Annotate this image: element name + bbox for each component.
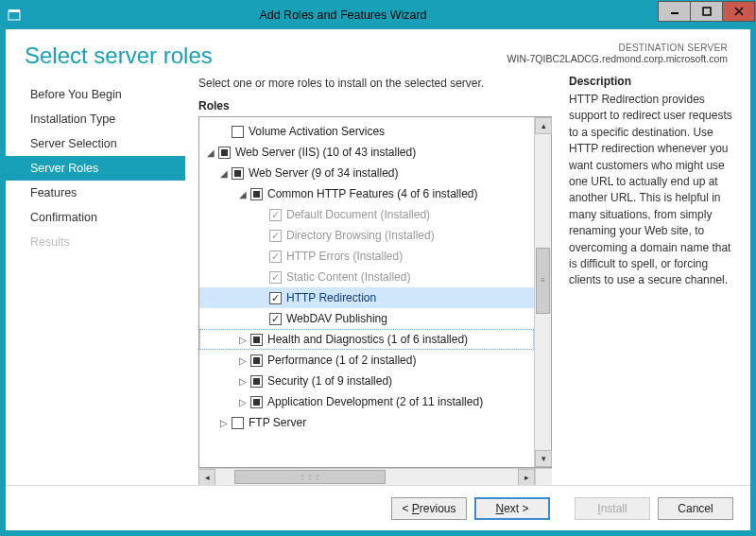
tree-node-label: FTP Server <box>249 416 306 429</box>
expand-icon[interactable]: ▷ <box>218 418 230 428</box>
tree-node[interactable]: ◢Common HTTP Features (4 of 6 installed) <box>199 183 534 204</box>
minimize-button[interactable] <box>658 1 691 22</box>
nav-step-results: Results <box>6 230 185 254</box>
checkbox <box>269 251 282 263</box>
content-frame: Select server roles DESTINATION SERVER W… <box>1 29 755 535</box>
titlebar: Add Roles and Features Wizard <box>1 1 755 29</box>
tree-node-label: WebDAV Publishing <box>286 312 387 325</box>
checkbox[interactable] <box>250 354 263 367</box>
tree-node[interactable]: ▷Health and Diagnostics (1 of 6 installe… <box>199 329 534 350</box>
description-text: HTTP Redirection provides support to red… <box>569 92 737 289</box>
scroll-thumb-h[interactable]: ⋮⋮⋮ <box>234 470 386 484</box>
tree-node[interactable]: Directory Browsing (Installed) <box>199 225 534 246</box>
tree-node-label: Volume Activation Services <box>249 125 385 138</box>
expand-icon[interactable]: ▷ <box>237 397 249 407</box>
tree-node[interactable]: ▷Security (1 of 9 installed) <box>199 371 534 391</box>
tree-node[interactable]: HTTP Redirection <box>199 287 534 308</box>
tree-node-label: Default Document (Installed) <box>286 208 430 221</box>
checkbox <box>269 230 282 242</box>
tree-node-label: HTTP Errors (Installed) <box>286 250 403 263</box>
nav-steps: Before You BeginInstallation TypeServer … <box>6 75 185 485</box>
expand-icon[interactable]: ▷ <box>237 376 249 387</box>
nav-step-server-roles[interactable]: Server Roles <box>6 156 185 181</box>
destination-server: WIN-7QIBC2LADCG.redmond.corp.microsoft.c… <box>507 53 728 64</box>
tree-node-label: Health and Diagnostics (1 of 6 installed… <box>267 333 468 346</box>
svg-rect-0 <box>9 11 20 20</box>
tree-node[interactable]: HTTP Errors (Installed) <box>199 246 534 267</box>
tree-node-label: HTTP Redirection <box>286 291 376 304</box>
tree-node[interactable]: ◢Web Server (9 of 34 installed) <box>199 163 534 183</box>
checkbox[interactable] <box>218 147 231 159</box>
scroll-track-h[interactable]: ⋮⋮⋮ <box>215 469 518 485</box>
install-button: Install <box>575 497 650 520</box>
roles-treeview[interactable]: Volume Activation Services◢Web Server (I… <box>198 116 552 468</box>
tree-node[interactable]: ▷Performance (1 of 2 installed) <box>199 350 534 371</box>
wizard-window: Add Roles and Features Wizard Select ser… <box>0 0 756 536</box>
page-title: Select server roles <box>25 43 507 69</box>
checkbox[interactable] <box>232 126 244 138</box>
tree-node-label: Common HTTP Features (4 of 6 installed) <box>267 187 478 200</box>
window-title: Add Roles and Features Wizard <box>27 9 659 22</box>
collapse-icon[interactable]: ◢ <box>237 189 249 199</box>
checkbox <box>269 271 282 284</box>
vertical-scrollbar[interactable]: ▴ ≡ ▾ <box>534 117 551 467</box>
previous-button[interactable]: < Previous <box>391 497 467 520</box>
instruction-text: Select one or more roles to install on t… <box>198 75 552 99</box>
svg-rect-1 <box>9 9 20 12</box>
nav-step-features[interactable]: Features <box>6 181 185 205</box>
next-button[interactable]: Next > <box>474 497 550 520</box>
tree-node[interactable]: ◢Web Server (IIS) (10 of 43 installed) <box>199 142 534 163</box>
horizontal-scrollbar[interactable]: ◂ ⋮⋮⋮ ▸ <box>198 468 535 485</box>
checkbox[interactable] <box>232 417 244 429</box>
expand-icon[interactable]: ▷ <box>237 355 249 366</box>
tree-node-label: Static Content (Installed) <box>286 270 410 284</box>
svg-rect-3 <box>703 8 711 15</box>
checkbox[interactable] <box>250 396 263 408</box>
checkbox[interactable] <box>269 313 282 325</box>
scroll-corner <box>535 468 552 485</box>
roles-label: Roles <box>198 99 552 116</box>
scroll-left-button[interactable]: ◂ <box>198 469 215 486</box>
window-buttons <box>659 1 755 29</box>
tree-node-label: Performance (1 of 2 installed) <box>267 354 416 367</box>
nav-step-installation-type[interactable]: Installation Type <box>6 107 185 131</box>
nav-step-confirmation[interactable]: Confirmation <box>6 205 185 230</box>
tree-node[interactable]: ▷Application Development (2 of 11 instal… <box>199 391 534 412</box>
destination-label: DESTINATION SERVER <box>507 43 728 53</box>
nav-step-before-you-begin[interactable]: Before You Begin <box>6 82 185 107</box>
tree-node-label: Web Server (9 of 34 installed) <box>249 166 399 180</box>
tree-node[interactable]: ▷FTP Server <box>199 412 534 433</box>
description-label: Description <box>569 75 737 92</box>
tree-node-label: Directory Browsing (Installed) <box>286 229 435 242</box>
collapse-icon[interactable]: ◢ <box>218 168 230 179</box>
checkbox[interactable] <box>250 188 263 200</box>
scroll-thumb-v[interactable]: ≡ <box>536 248 550 314</box>
expand-icon[interactable]: ▷ <box>237 335 249 345</box>
tree-node[interactable]: Default Document (Installed) <box>199 204 534 225</box>
button-row: < Previous Next > Install Cancel <box>6 485 750 530</box>
tree-node[interactable]: Static Content (Installed) <box>199 267 534 287</box>
close-button[interactable] <box>722 1 755 22</box>
scroll-right-button[interactable]: ▸ <box>518 469 535 486</box>
tree-node-label: Application Development (2 of 11 install… <box>267 395 483 408</box>
checkbox <box>269 209 282 221</box>
maximize-button[interactable] <box>690 1 723 22</box>
tree-node[interactable]: WebDAV Publishing <box>199 308 534 329</box>
tree-node-label: Web Server (IIS) (10 of 43 installed) <box>235 146 416 159</box>
collapse-icon[interactable]: ◢ <box>205 147 216 158</box>
cancel-button[interactable]: Cancel <box>658 497 733 520</box>
scroll-track-v[interactable]: ≡ <box>535 134 551 450</box>
app-icon <box>1 1 27 29</box>
tree-node[interactable]: Volume Activation Services <box>199 121 534 142</box>
checkbox[interactable] <box>269 292 282 304</box>
tree-node-label: Security (1 of 9 installed) <box>267 374 392 388</box>
nav-step-server-selection[interactable]: Server Selection <box>6 131 185 156</box>
checkbox[interactable] <box>250 334 263 346</box>
scroll-down-button[interactable]: ▾ <box>535 450 552 467</box>
checkbox[interactable] <box>250 375 263 388</box>
scroll-up-button[interactable]: ▴ <box>535 117 552 134</box>
checkbox[interactable] <box>232 167 244 180</box>
destination-box: DESTINATION SERVER WIN-7QIBC2LADCG.redmo… <box>507 43 728 64</box>
